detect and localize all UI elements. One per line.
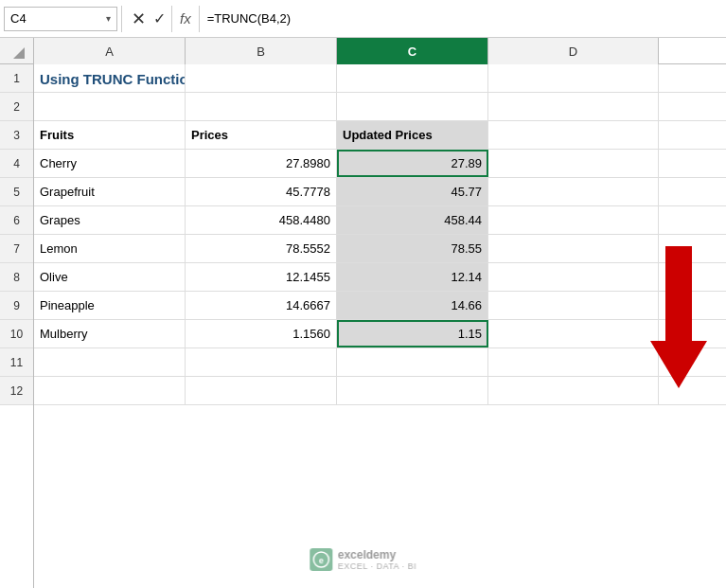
grid: Using TRUNC Function Fruits Prices Upda [34, 64, 726, 588]
cell-d9[interactable] [488, 292, 659, 319]
row-5: Grapefruit 45.7778 45.77 [34, 178, 726, 206]
cell-c7[interactable]: 78.55 [337, 235, 488, 262]
cell-d6[interactable] [488, 206, 659, 234]
cell-b1[interactable] [186, 64, 337, 93]
row-header-2[interactable]: 2 [0, 93, 33, 121]
cell-b2[interactable] [186, 93, 337, 120]
name-box-value: C4 [10, 11, 27, 26]
formula-divider [121, 6, 122, 32]
cancel-formula-icon[interactable]: ✕ [132, 9, 146, 29]
col-header-d[interactable]: D [488, 38, 659, 64]
cell-a6[interactable]: Grapes [34, 206, 186, 234]
cell-c3[interactable]: Updated Prices [337, 121, 488, 149]
watermark-tagline: EXCEL · DATA · BI [338, 561, 416, 571]
cell-a7[interactable]: Lemon [34, 235, 186, 262]
row-header-1[interactable]: 1 [0, 64, 33, 93]
formula-input[interactable] [200, 7, 722, 31]
name-box[interactable]: C4 ▾ [4, 7, 117, 31]
cell-b6[interactable]: 458.4480 [186, 206, 337, 234]
cell-c9[interactable]: 14.66 [337, 292, 488, 319]
row-4: Cherry 27.8980 27.89 [34, 150, 726, 178]
cell-d1[interactable] [488, 64, 659, 93]
corner-cell[interactable] [0, 38, 34, 64]
cell-d4[interactable] [488, 150, 659, 177]
cell-b7[interactable]: 78.5552 [186, 235, 337, 262]
cell-a4[interactable]: Cherry [34, 150, 186, 177]
cell-b8[interactable]: 12.1455 [186, 263, 337, 291]
cell-d11[interactable] [488, 348, 659, 376]
rows-area: 1 2 3 4 5 6 7 8 9 10 11 12 Using TRUNC F… [0, 64, 726, 588]
down-arrow [650, 246, 707, 388]
row-header-5[interactable]: 5 [0, 178, 33, 206]
cell-a8[interactable]: Olive [34, 263, 186, 291]
cell-d7[interactable] [488, 235, 659, 262]
cell-c1[interactable] [337, 64, 488, 93]
cell-c6[interactable]: 458.44 [337, 206, 488, 234]
row-header-3[interactable]: 3 [0, 121, 33, 150]
row-headers: 1 2 3 4 5 6 7 8 9 10 11 12 [0, 64, 34, 588]
cell-a9[interactable]: Pineapple [34, 292, 186, 319]
spreadsheet: A B C D 1 2 3 4 5 6 7 8 9 10 11 12 [0, 38, 726, 588]
cell-b4[interactable]: 27.8980 [186, 150, 337, 177]
svg-text:e: e [318, 556, 323, 565]
cell-b12[interactable] [186, 377, 337, 404]
cell-d10[interactable] [488, 320, 659, 347]
col-header-c[interactable]: C [337, 38, 488, 64]
select-all-icon [13, 47, 25, 59]
cell-a2[interactable] [34, 93, 186, 120]
cell-b9[interactable]: 14.6667 [186, 292, 337, 319]
cell-c12[interactable] [337, 377, 488, 404]
row-header-7[interactable]: 7 [0, 235, 33, 263]
formula-bar: C4 ▾ ✕ ✓ fx [0, 0, 726, 38]
watermark: e exceldemy EXCEL · DATA · BI [310, 548, 416, 571]
row-header-9[interactable]: 9 [0, 292, 33, 320]
arrow-shaft [665, 246, 692, 341]
cell-c5[interactable]: 45.77 [337, 178, 488, 205]
watermark-brand: exceldemy [338, 548, 416, 561]
row-3: Fruits Prices Updated Prices [34, 121, 726, 150]
row-header-8[interactable]: 8 [0, 263, 33, 292]
cell-c4[interactable]: 27.89 [337, 150, 488, 177]
row-header-12[interactable]: 12 [0, 377, 33, 405]
row-header-6[interactable]: 6 [0, 206, 33, 235]
row-9: Pineapple 14.6667 14.66 [34, 292, 726, 320]
fx-label: fx [171, 6, 200, 32]
cell-a1[interactable]: Using TRUNC Function [34, 64, 186, 93]
row-header-10[interactable]: 10 [0, 320, 33, 348]
cell-c11[interactable] [337, 348, 488, 376]
cell-d2[interactable] [488, 93, 659, 120]
confirm-formula-icon[interactable]: ✓ [153, 9, 166, 27]
cell-d5[interactable] [488, 178, 659, 205]
cell-c2[interactable] [337, 93, 488, 120]
arrow-head-icon [650, 341, 707, 388]
cell-b3[interactable]: Prices [186, 121, 337, 149]
cell-d12[interactable] [488, 377, 659, 404]
cell-a3[interactable]: Fruits [34, 121, 186, 149]
cell-c10[interactable]: 1.15 [337, 320, 488, 347]
row-header-4[interactable]: 4 [0, 150, 33, 178]
name-box-chevron-icon: ▾ [106, 13, 111, 24]
row-header-11[interactable]: 11 [0, 348, 33, 377]
watermark-text: exceldemy EXCEL · DATA · BI [338, 548, 416, 571]
cell-d8[interactable] [488, 263, 659, 291]
cell-b11[interactable] [186, 348, 337, 376]
cell-a12[interactable] [34, 377, 186, 404]
cell-d3[interactable] [488, 121, 659, 149]
row-6: Grapes 458.4480 458.44 [34, 206, 726, 235]
row-12 [34, 377, 726, 405]
row-7: Lemon 78.5552 78.55 [34, 235, 726, 263]
row-10: Mulberry 1.1560 1.15 [34, 320, 726, 348]
col-header-a[interactable]: A [34, 38, 186, 64]
watermark-logo: e [310, 548, 332, 571]
cell-c8[interactable]: 12.14 [337, 263, 488, 291]
row-8: Olive 12.1455 12.14 [34, 263, 726, 292]
formula-icons: ✕ ✓ [126, 9, 171, 29]
cell-a10[interactable]: Mulberry [34, 320, 186, 347]
cell-b5[interactable]: 45.7778 [186, 178, 337, 205]
row-11 [34, 348, 726, 377]
cell-a11[interactable] [34, 348, 186, 376]
watermark-logo-icon: e [312, 551, 329, 568]
cell-a5[interactable]: Grapefruit [34, 178, 186, 205]
col-header-b[interactable]: B [186, 38, 337, 64]
cell-b10[interactable]: 1.1560 [186, 320, 337, 347]
